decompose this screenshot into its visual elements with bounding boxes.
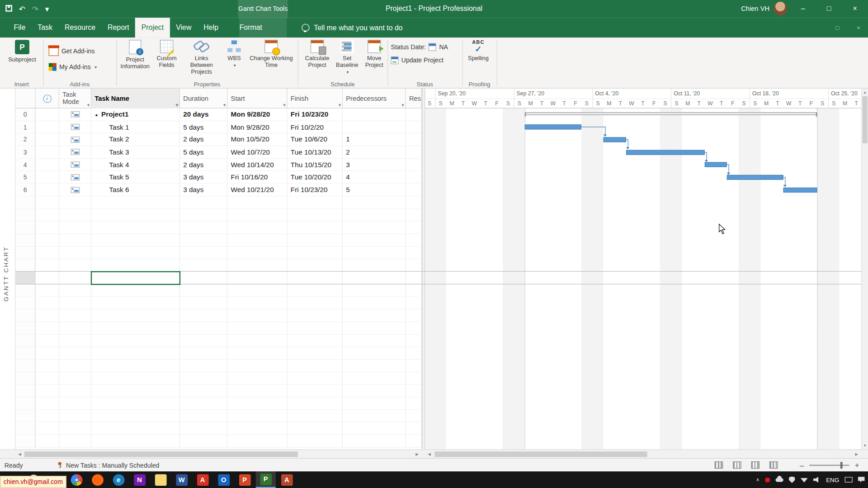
- tab-help[interactable]: Help: [198, 18, 225, 38]
- start-cell[interactable]: [227, 360, 287, 372]
- resources-column-header[interactable]: Res: [406, 89, 422, 108]
- task-usage-view-icon[interactable]: [733, 461, 741, 469]
- predecessors-cell[interactable]: 4: [343, 171, 406, 184]
- zoom-slider-thumb[interactable]: [840, 462, 843, 469]
- filter-icon[interactable]: [84, 101, 90, 108]
- resources-cell[interactable]: [406, 108, 422, 121]
- predecessors-cell[interactable]: [343, 410, 406, 422]
- task-bar[interactable]: [783, 188, 817, 192]
- finish-cell[interactable]: Tue 10/20/20: [288, 171, 343, 184]
- resources-cell[interactable]: [406, 171, 422, 184]
- predecessors-cell[interactable]: [343, 247, 406, 259]
- new-tasks-status[interactable]: New Tasks : Manually Scheduled: [66, 462, 159, 469]
- predecessors-cell[interactable]: [343, 310, 406, 322]
- task-name-cell[interactable]: [91, 397, 180, 410]
- finish-cell[interactable]: [288, 310, 343, 322]
- task-name-cell[interactable]: Project1: [91, 108, 180, 121]
- predecessors-cell[interactable]: [343, 422, 406, 435]
- indicator-cell[interactable]: [35, 322, 59, 335]
- language-indicator[interactable]: ENG: [826, 476, 839, 483]
- duration-cell[interactable]: [180, 435, 227, 448]
- task-bar[interactable]: [626, 150, 705, 155]
- duration-cell[interactable]: [180, 385, 227, 397]
- predecessors-cell[interactable]: [343, 360, 406, 372]
- scroll-up-button[interactable]: ▲: [862, 89, 868, 96]
- finish-cell[interactable]: [288, 259, 343, 272]
- resource-sheet-view-icon[interactable]: [769, 461, 778, 469]
- duration-cell[interactable]: 20 days: [180, 108, 227, 121]
- duration-cell[interactable]: [180, 410, 227, 422]
- task-name-cell[interactable]: [91, 197, 180, 209]
- task-mode-cell[interactable]: [59, 334, 91, 347]
- resources-cell[interactable]: [406, 259, 422, 272]
- duration-cell[interactable]: [180, 360, 227, 372]
- resources-cell[interactable]: [406, 121, 422, 134]
- indicator-cell[interactable]: [35, 134, 59, 146]
- start-cell[interactable]: Mon 9/28/20: [227, 108, 287, 121]
- table-row[interactable]: [15, 435, 422, 448]
- task-name-cell[interactable]: [91, 385, 180, 397]
- indicator-cell[interactable]: [35, 372, 59, 385]
- task-name-cell[interactable]: [91, 310, 180, 322]
- resources-cell[interactable]: [406, 435, 422, 448]
- gantt-chart-area[interactable]: [425, 108, 861, 449]
- table-row[interactable]: [15, 209, 422, 221]
- indicator-cell[interactable]: [35, 310, 59, 322]
- duration-cell[interactable]: [180, 397, 227, 410]
- indicator-cell[interactable]: [35, 184, 59, 197]
- filter-icon[interactable]: [335, 101, 341, 108]
- resources-cell[interactable]: [406, 322, 422, 335]
- predecessors-cell[interactable]: 3: [343, 159, 406, 171]
- task-bar[interactable]: [705, 162, 727, 167]
- indicator-cell[interactable]: [35, 347, 59, 360]
- indicator-cell[interactable]: [35, 410, 59, 422]
- volume-icon[interactable]: [813, 477, 821, 483]
- collapse-icon[interactable]: [94, 111, 100, 118]
- task-name-cell[interactable]: Task 5: [91, 171, 180, 184]
- set-baseline-button[interactable]: Set Baseline: [333, 40, 361, 75]
- table-scroll-left-button[interactable]: ◀: [16, 450, 24, 458]
- finish-cell[interactable]: Tue 10/13/20: [288, 146, 343, 159]
- task-name-cell[interactable]: Task 1: [91, 121, 180, 134]
- duration-cell[interactable]: [180, 234, 227, 247]
- duration-cell[interactable]: [180, 422, 227, 435]
- pane-splitter[interactable]: [422, 89, 425, 449]
- resources-cell[interactable]: [406, 297, 422, 310]
- duration-cell[interactable]: [180, 284, 227, 297]
- start-cell[interactable]: [227, 234, 287, 247]
- task-name-column-header[interactable]: Task Name: [91, 89, 180, 108]
- task-name-cell[interactable]: [91, 422, 180, 435]
- indicator-cell[interactable]: [35, 221, 59, 234]
- task-mode-cell[interactable]: [59, 259, 91, 272]
- start-cell[interactable]: Wed 10/7/20: [227, 146, 287, 159]
- task-mode-cell[interactable]: [59, 159, 91, 171]
- indicator-cell[interactable]: [35, 171, 59, 184]
- table-row[interactable]: 6Task 63 daysWed 10/21/20Fri 10/23/205: [15, 184, 422, 197]
- duration-cell[interactable]: [180, 297, 227, 310]
- predecessors-cell[interactable]: [343, 108, 406, 121]
- zoom-out-icon[interactable]: –: [800, 460, 804, 469]
- undo-icon[interactable]: ↶: [19, 2, 25, 15]
- task-mode-cell[interactable]: [59, 322, 91, 335]
- customize-quick-access-icon[interactable]: ▾: [45, 2, 49, 15]
- indicator-cell[interactable]: [35, 108, 59, 121]
- hidden-icons-chevron[interactable]: ∧: [756, 477, 760, 483]
- task-table[interactable]: 0Project120 daysMon 9/28/20Fri 10/23/201…: [15, 108, 422, 449]
- resources-cell[interactable]: [406, 310, 422, 322]
- row-number-cell[interactable]: [15, 234, 35, 247]
- defender-icon[interactable]: [789, 476, 795, 483]
- predecessors-cell[interactable]: [343, 259, 406, 272]
- resources-cell[interactable]: [406, 272, 422, 284]
- duration-cell[interactable]: [180, 272, 227, 284]
- indicator-cell[interactable]: [35, 259, 59, 272]
- finish-cell[interactable]: Thu 10/15/20: [288, 159, 343, 171]
- task-name-cell[interactable]: [91, 322, 180, 335]
- finish-cell[interactable]: [288, 385, 343, 397]
- start-cell[interactable]: [227, 422, 287, 435]
- row-number-cell[interactable]: [15, 322, 35, 335]
- resources-cell[interactable]: [406, 146, 422, 159]
- task-mode-cell[interactable]: [59, 347, 91, 360]
- table-row[interactable]: [15, 360, 422, 372]
- duration-cell[interactable]: [180, 310, 227, 322]
- task-name-cell[interactable]: Task 4: [91, 159, 180, 171]
